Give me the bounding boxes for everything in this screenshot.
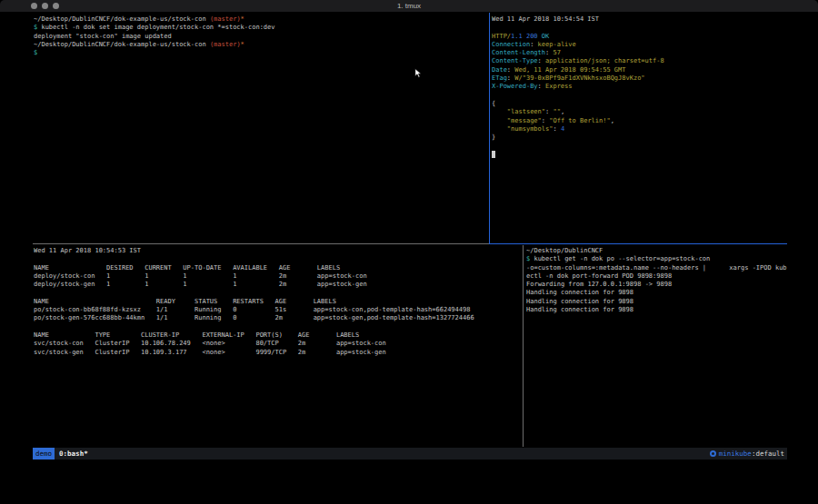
terminal-line — [492, 92, 787, 100]
tmux-pane-top-right[interactable]: Wed 11 Apr 2018 10:54:54 IST HTTP/1.1 20… — [492, 15, 787, 242]
terminal-line: } — [492, 133, 787, 142]
terminal-line: ectl -n dok port-forward POD 9898:9898 — [526, 272, 787, 281]
terminal-line: Forwarding from 127.0.0.1:9898 -> 9898 — [526, 281, 787, 289]
terminal-line: ~/Desktop/DublinCNCF/dok-example-us/stoc… — [34, 41, 487, 49]
terminal-line: Content-Length: 57 — [492, 49, 787, 57]
pane-border-horizontal-right[interactable] — [489, 243, 787, 244]
terminal-line: { — [492, 100, 787, 108]
terminal-line: NAME READY STATUS RESTARTS AGE LABELS — [34, 298, 522, 306]
terminal-line: Content-Type: application/json; charset=… — [492, 57, 787, 65]
terminal-line — [492, 142, 787, 150]
tmux-pane-bottom-left[interactable]: Wed 11 Apr 2018 10:54:53 IST NAME DESIRE… — [34, 247, 522, 446]
kubernetes-icon — [710, 450, 716, 457]
window-title: 1. tmux — [0, 0, 818, 12]
terminal-line: X-Powered-By: Express — [492, 83, 787, 91]
mouse-pointer-icon — [414, 68, 422, 78]
terminal-line — [492, 151, 787, 159]
terminal-line — [34, 323, 522, 331]
terminal-line: Connection: keep-alive — [492, 41, 787, 49]
terminal-line: Wed 11 Apr 2018 10:54:53 IST — [34, 247, 522, 255]
status-right: minikube :default — [710, 450, 787, 458]
pane-border-vertical-bottom[interactable] — [523, 245, 524, 447]
terminal-line — [34, 289, 522, 297]
terminal-line: NAME DESIRED CURRENT UP-TO-DATE AVAILABL… — [34, 264, 522, 272]
terminal-line — [34, 255, 522, 263]
terminal-line: ~/Desktop/DublinCNCF — [526, 247, 787, 255]
terminal-line: deployment "stock-con" image updated — [34, 33, 487, 41]
screen: { "window": { "title": "1. tmux" }, "col… — [0, 0, 818, 504]
terminal-line: Date: Wed, 11 Apr 2018 09:54:55 GMT — [492, 66, 787, 74]
terminal-line: $ — [34, 49, 487, 57]
terminal-line: NAME TYPE CLUSTER-IP EXTERNAL-IP PORT(S)… — [34, 331, 522, 340]
tmux-pane-bottom-right[interactable]: ~/Desktop/DublinCNCF$ kubectl get -n dok… — [526, 247, 787, 446]
terminal-line: Handling connection for 9898 — [526, 298, 787, 306]
tmux-status-bar: demo 0:bash* minikube :default — [33, 448, 787, 460]
tmux-pane-top-left[interactable]: ~/Desktop/DublinCNCF/dok-example-us/stoc… — [34, 15, 487, 242]
terminal-line: Wed 11 Apr 2018 10:54:54 IST — [492, 15, 787, 24]
terminal-line: ETag: W/"39-0xBPf9aF1dXVNkhsxoBQgJ8vKzo" — [492, 74, 787, 83]
terminal-line — [492, 24, 787, 32]
terminal-line: deploy/stock-gen 1 1 1 1 2m app=stock-ge… — [34, 281, 522, 289]
window-titlebar: 1. tmux — [0, 0, 818, 12]
terminal-line: -o=custom-columns=:metadata.name --no-he… — [526, 264, 787, 272]
terminal-line: po/stock-con-bb68f88fd-kzsxz 1/1 Running… — [34, 306, 522, 314]
kube-namespace: :default — [752, 450, 784, 458]
terminal-line: po/stock-gen-576cc688bb-44kmn 1/1 Runnin… — [34, 314, 522, 322]
pane-border-vertical-top[interactable] — [489, 13, 490, 243]
terminal-line: "lastseen": "", — [492, 108, 787, 116]
terminal-line: $ kubectl -n dok set image deployment/st… — [34, 24, 487, 32]
status-left: demo 0:bash* — [33, 448, 88, 460]
window-tab-bash[interactable]: 0:bash* — [59, 450, 88, 458]
terminal-line: "message": "Off to Berlin!", — [492, 117, 787, 125]
session-name-badge: demo — [33, 448, 55, 460]
terminal-line: HTTP/1.1 200 OK — [492, 33, 787, 41]
terminal-line: svc/stock-gen ClusterIP 10.109.3.177 <no… — [34, 349, 522, 357]
terminal-line: deploy/stock-con 1 1 1 1 2m app=stock-co… — [34, 272, 522, 281]
terminal-line: Handling connection for 9898 — [526, 306, 787, 314]
terminal-line: $ kubectl get -n dok po --selector=app=s… — [526, 255, 787, 263]
terminal-line: svc/stock-con ClusterIP 10.106.78.249 <n… — [34, 340, 522, 348]
pane-border-horizontal-left[interactable] — [33, 243, 489, 244]
kube-context: minikube — [719, 450, 752, 458]
terminal-line: "numsymbols": 4 — [492, 125, 787, 133]
terminal-line: ~/Desktop/DublinCNCF/dok-example-us/stoc… — [34, 15, 487, 24]
terminal-line: Handling connection for 9898 — [526, 289, 787, 297]
